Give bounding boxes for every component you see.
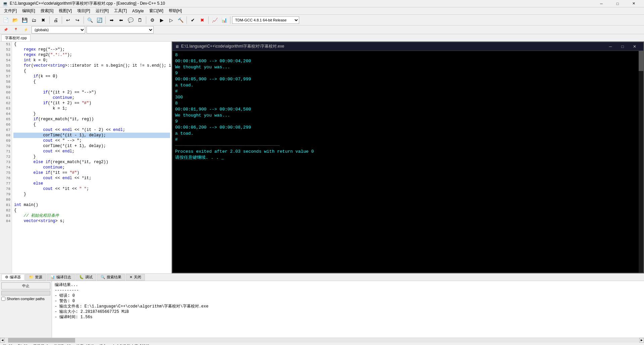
console-title-text: E:\1.language\C++\code\algorithm\字幕校对\字幕… [181,44,604,49]
line-number-83: 83 [1,213,10,218]
menu-tools[interactable]: 工具[T] [111,7,129,14]
uncomment-button[interactable]: 🗒 [136,16,144,24]
tab-search-results[interactable]: 🔍 搜索结果 [97,274,125,281]
tab-resources-label: 资源 [35,275,42,280]
redo-button[interactable]: ↪ [73,16,82,24]
status-message: 在 0.547 秒内完成解析 [112,344,149,345]
shorten-paths-checkbox[interactable] [1,297,5,301]
save-button[interactable]: 💾 [20,16,29,24]
chart-button[interactable]: 📈 [210,16,219,24]
menu-run[interactable]: 运行[R] [93,7,111,14]
console-line: # [175,88,641,94]
print-button[interactable]: 🖨 [51,16,60,24]
compile-output-line: - 编译时间: 1.56s [55,315,641,320]
compiler-dropdown[interactable]: TDM-GCC 4.8.1 64-bit Release [232,16,299,24]
menu-project[interactable]: 项目[P] [74,7,93,14]
search-results-icon: 🔍 [101,275,105,279]
console-line: We thought you was... [175,64,641,70]
new-button[interactable]: 📄 [1,16,10,24]
scroll-right-button[interactable]: ▶ [639,338,644,343]
close-file-button[interactable]: ✖ [39,16,48,24]
debug-icon: 🐛 [79,275,84,279]
line-number-76: 76 [1,176,10,181]
unindent-button[interactable]: ⬅ [117,16,125,24]
horizontal-scrollbar[interactable]: ◀ ▶ [0,338,644,342]
close-button[interactable]: ✕ [626,0,641,7]
console-minimize-button[interactable]: ─ [604,43,616,50]
tab-compile-log[interactable]: 📊 编译日志 [47,274,75,281]
code-line: { [13,122,170,127]
line-number-61: 61 [1,95,10,100]
file-tab-item[interactable]: 字幕校对.cpp [1,34,31,41]
status-bar: 行: 68 列: 29 已选择: 0 总行数: 99 长度: 1746 插入 在… [0,342,644,345]
replace-button[interactable]: 🔄 [95,16,104,24]
scroll-left-button[interactable]: ◀ [0,338,5,343]
file-tabs: 字幕校对.cpp [0,34,644,42]
resources-icon: 📁 [29,275,34,279]
code-line: { [13,42,170,47]
line-number-55: 55 [1,63,10,68]
console-line: 300 [175,94,641,100]
tb2-btn3[interactable]: ⚡ [21,25,30,34]
comment-button[interactable]: 💬 [126,16,135,24]
tab-debug[interactable]: 🐛 调试 [75,274,96,281]
function-dropdown[interactable] [87,26,154,33]
find-button[interactable]: 🔍 [86,16,94,24]
scope-dropdown[interactable]: (globals) [32,26,85,33]
menu-file[interactable]: 文件[F] [1,7,19,14]
console-maximize-button[interactable]: □ [616,43,629,50]
code-line: cout << endl; [13,149,170,154]
save-all-button[interactable]: 🗂 [30,16,38,24]
console-scrollbar[interactable] [639,51,643,273]
line-number-77: 77 [1,181,10,186]
line-number-72: 72 [1,154,10,159]
tb2-btn2[interactable]: 📍 [11,25,20,34]
menu-help[interactable]: 帮助[H] [166,7,184,14]
console-line: # [175,137,641,143]
menu-view[interactable]: 视图[V] [56,7,74,14]
console-content: 800:00:01,600 --> 00:00:04,200We thought… [172,51,643,273]
minimize-button[interactable]: ─ [594,0,609,7]
tab-resources[interactable]: 📁 资源 [25,274,46,281]
tb2-btn1[interactable]: 📌 [1,25,10,34]
check-button[interactable]: ✔ [189,16,197,24]
profile-button[interactable]: 📊 [220,16,228,24]
tab-compiler[interactable]: ⚙ 编译器 [1,274,24,281]
compile-output-line: - 警告: 0 [55,298,641,304]
stop-button[interactable]: ✖ [198,16,207,24]
menu-astyle[interactable]: AStyle [129,8,147,14]
rebuild-button[interactable]: 🔨 [176,16,185,24]
app-icon: 💻 [3,1,8,6]
run-button[interactable]: ▶ [157,16,166,24]
console-scrollbar-thumb[interactable] [639,51,643,71]
code-line: } [13,111,170,117]
undo-button[interactable]: ↩ [64,16,72,24]
code-line [13,84,170,90]
compiler-stop-button[interactable]: 中止 [1,282,50,289]
code-editor[interactable]: 5152535455565758596061626364656667686970… [0,42,172,273]
compile-button[interactable]: ⚙ [148,16,157,24]
console-close-button[interactable]: ✕ [629,43,641,50]
status-row: 行: 68 [3,344,12,345]
status-insert-mode: 插入 [99,344,107,345]
indent-button[interactable]: ➡ [107,16,116,24]
code-line: if(*(it + 2) == "-->") [13,90,170,95]
tab-close[interactable]: ✕ 关闭 [126,274,145,281]
line-number-68: 68 [1,133,10,138]
open-button[interactable]: 📂 [11,16,19,24]
bottom-panel: ⚙ 编译器 📁 资源 📊 编译日志 🐛 调试 🔍 搜索结果 ✕ 关闭 中止 [0,273,644,338]
maximize-button[interactable]: □ [610,0,625,7]
compile-log-icon: 📊 [50,275,55,279]
menu-edit[interactable]: 编辑[E] [19,7,38,14]
console-line: 请按任意键继续. . . _ [175,155,641,161]
toolbar-sep-5 [146,16,146,24]
code-line: for(vector<string>::iterator it = s.begi… [13,63,170,68]
console-line: 00:00:01,900 --> 00:00:04,500 [175,107,641,113]
menu-search[interactable]: 搜索[S] [38,7,56,14]
tab-compile-log-label: 编译日志 [56,275,71,280]
code-line: { [13,68,170,74]
menu-window[interactable]: 窗口[W] [147,7,166,14]
h-scrollbar-thumb[interactable] [8,338,75,343]
compile-run-button[interactable]: ▷ [167,16,175,24]
line-number-74: 74 [1,165,10,170]
